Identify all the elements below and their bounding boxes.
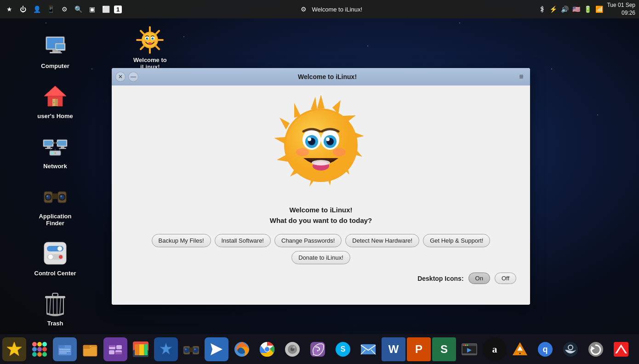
svg-point-157 (463, 344, 465, 346)
dock-presentation[interactable]: P (407, 337, 431, 361)
dock-files[interactable] (78, 337, 102, 361)
app-finder-label: Application Finder (39, 213, 72, 227)
svg-marker-72 (317, 95, 325, 108)
svg-point-45 (59, 255, 63, 259)
battery-icon[interactable]: 🔋 (584, 6, 592, 13)
svg-rect-114 (59, 351, 70, 352)
dock-anote[interactable]: a (483, 337, 507, 361)
dock-launcher[interactable] (28, 337, 51, 361)
welcome-dialog: ✕ — Welcome to iLinux! ≡ (112, 68, 530, 305)
svg-line-58 (141, 46, 144, 49)
dock-sheets[interactable]: S (432, 337, 456, 361)
active-app-title: Welcome to iLinux! (312, 6, 363, 13)
sidebar-item-control-center[interactable]: Control Center (18, 235, 92, 280)
computer-icon (40, 31, 70, 61)
dock-binoculars[interactable] (179, 337, 203, 361)
backup-button[interactable]: Backup My Files! (152, 234, 211, 247)
sheets-label: S (440, 343, 448, 356)
sidebar-item-trash[interactable]: Trash (18, 285, 92, 330)
svg-marker-9 (44, 86, 66, 96)
svg-point-70 (144, 40, 147, 42)
volume-icon[interactable]: 🔊 (561, 6, 569, 13)
install-software-button[interactable]: Install Software! (215, 234, 271, 247)
svg-rect-128 (144, 344, 148, 355)
svg-point-71 (153, 40, 156, 42)
close-button[interactable]: ✕ (115, 72, 126, 82)
dock-file-manager[interactable] (53, 337, 77, 361)
desktop-welcome-shortcut[interactable]: Welcome to iLinux! (133, 25, 167, 70)
dock-chrome[interactable] (255, 337, 279, 361)
svg-rect-7 (57, 52, 62, 53)
dock-backup[interactable] (584, 337, 608, 361)
dock-firefox[interactable] (230, 337, 254, 361)
battery-charge-icon[interactable]: ⚡ (549, 6, 557, 13)
dock-viber[interactable] (306, 337, 330, 361)
minimize-button[interactable]: — (128, 72, 138, 82)
home-label: user's Home (37, 113, 73, 119)
settings-icon[interactable]: ⚙ (59, 4, 70, 15)
dock-mail-send[interactable] (205, 337, 228, 361)
sidebar-item-network[interactable]: Network (18, 128, 92, 173)
app-finder-icon (40, 182, 70, 211)
svg-rect-113 (59, 349, 70, 350)
svg-line-50 (60, 298, 61, 314)
dock-anydesk[interactable] (609, 337, 633, 361)
trash-label: Trash (47, 320, 63, 327)
svg-point-105 (32, 347, 37, 352)
svg-rect-14 (44, 141, 52, 146)
flag-icon[interactable]: 🇺🇸 (572, 6, 580, 13)
sidebar-item-home[interactable]: user's Home (18, 78, 92, 123)
signal-icon[interactable]: 📶 (595, 6, 603, 13)
svg-point-26 (53, 153, 54, 154)
display-icon[interactable]: ▣ (86, 4, 97, 15)
svg-point-148 (317, 350, 319, 351)
svg-marker-83 (280, 118, 290, 130)
search-icon[interactable]: 🔍 (73, 4, 84, 15)
sidebar-item-computer[interactable]: Computer (18, 28, 92, 73)
dock-teamviewer[interactable] (634, 337, 639, 361)
desktop-icons-off-button[interactable]: Off (495, 273, 516, 284)
user-icon[interactable]: 👤 (31, 4, 42, 15)
change-passwords-button[interactable]: Change Passwords! (274, 234, 342, 247)
dock-qbittorrent[interactable]: q (533, 337, 557, 361)
dock-colors-app[interactable] (129, 337, 153, 361)
dock-star-app[interactable] (2, 337, 26, 361)
svg-point-102 (32, 342, 37, 347)
word-label: W (388, 343, 399, 356)
dock-skype[interactable]: S (331, 337, 355, 361)
dock-macro-app[interactable] (280, 337, 304, 361)
home-icon (40, 81, 70, 111)
sidebar-item-app-finder[interactable]: Application Finder (18, 178, 92, 230)
desktop-icons-on-button[interactable]: On (468, 273, 490, 284)
control-center-icon (40, 239, 70, 268)
donate-button[interactable]: Donate to iLinux! (291, 251, 350, 264)
dock-vlc[interactable] (508, 337, 532, 361)
star-icon[interactable]: ★ (4, 4, 15, 15)
dock-steam[interactable] (559, 337, 582, 361)
bluetooth-icon[interactable] (538, 6, 546, 13)
dock-star2-app[interactable] (154, 337, 178, 361)
svg-point-67 (146, 38, 147, 39)
dock-mail[interactable] (356, 337, 380, 361)
svg-point-108 (32, 352, 37, 357)
sidebar: Computer user's Home (0, 18, 110, 349)
dock-software-center[interactable] (457, 337, 481, 361)
sun-mascot (266, 90, 376, 200)
dialog-menu-button[interactable]: ≡ (516, 72, 526, 82)
power-icon[interactable]: ⏻ (17, 4, 29, 15)
svg-point-44 (48, 255, 53, 259)
dock-settings-app[interactable] (103, 337, 127, 361)
svg-rect-126 (135, 344, 139, 355)
workspace-number[interactable]: 1 (114, 6, 122, 13)
dock-word[interactable]: W (382, 337, 405, 361)
svg-point-135 (185, 348, 187, 350)
svg-marker-101 (7, 342, 22, 356)
detect-hardware-button[interactable]: Detect New Hardware! (345, 234, 419, 247)
phone-icon[interactable]: 📱 (45, 4, 56, 15)
svg-point-109 (37, 352, 42, 357)
help-support-button[interactable]: Get Help & Support! (423, 234, 490, 247)
svg-rect-23 (56, 142, 58, 144)
window-icon[interactable]: ⬜ (100, 4, 111, 15)
computer-label: Computer (41, 63, 69, 69)
svg-point-99 (296, 148, 309, 156)
